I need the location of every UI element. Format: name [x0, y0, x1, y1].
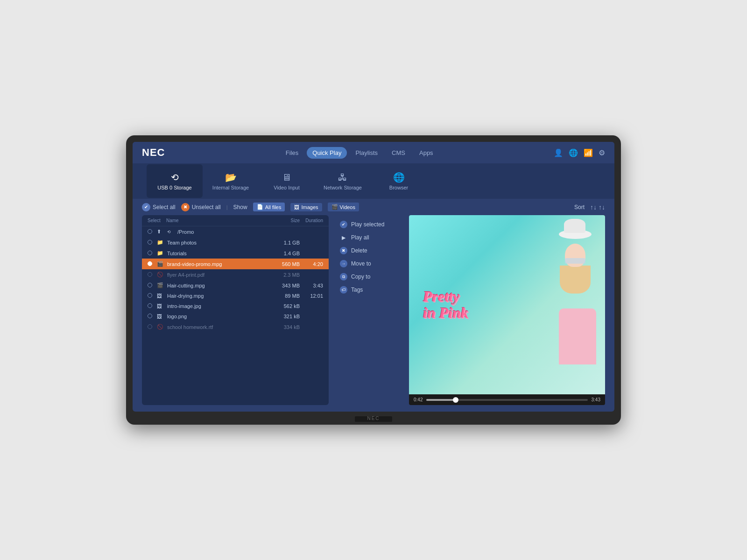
move-to-icon: → — [340, 260, 347, 267]
filter-videos-button[interactable]: 🎬 Videos — [328, 203, 359, 211]
file-item-team-photos[interactable]: 📁 Team photos 1.1 GB — [142, 237, 329, 248]
file-item-logo[interactable]: 🖼 logo.png 321 kB — [142, 311, 329, 322]
fi-folder-icon: 📁 — [157, 250, 165, 256]
storage-usb[interactable]: ⟲ USB 0 Storage — [147, 164, 203, 198]
tab-apps[interactable]: Apps — [414, 147, 439, 159]
fi-radio-checked — [148, 261, 152, 266]
fi-image-icon: 🖼 — [157, 314, 165, 319]
fi-radio — [148, 229, 152, 234]
sort-asc-button[interactable]: ↑↓ — [590, 203, 597, 211]
ctx-play-all[interactable]: ▶ Play all — [336, 232, 402, 243]
video-controls: 0:42 3:43 — [409, 394, 605, 405]
file-item-tutorials[interactable]: 📁 Tutorials 1.4 GB — [142, 248, 329, 259]
videos-icon: 🎬 — [331, 204, 338, 210]
file-item-brand-video[interactable]: 🎬 brand-video-promo.mpg 560 MB 4:20 — [142, 259, 329, 269]
select-all-button[interactable]: ✔ Select all — [142, 203, 176, 211]
wifi-icon[interactable]: 📶 — [584, 148, 593, 157]
tab-quick-play[interactable]: Quick Play — [307, 147, 347, 159]
tags-icon: 🏷 — [340, 286, 347, 294]
person-body — [559, 308, 596, 364]
person-glasses — [565, 258, 585, 264]
fi-size: 343 MB — [267, 283, 300, 288]
file-list-header: Select Name Size Duration — [142, 215, 329, 226]
toolbar: ✔ Select all ✖ Unselect all | Show 📄 All… — [133, 199, 614, 215]
video-overlay-text: Prettyin Pink — [423, 288, 468, 321]
fi-image-icon: 🖼 — [157, 293, 165, 299]
fi-block-icon: 🚫 — [157, 272, 165, 278]
person-hair — [560, 266, 591, 294]
file-item-hair-cutting[interactable]: 🎬 Hair-cutting.mpg 343 MB 3:43 — [142, 280, 329, 291]
fi-name: Team photos — [167, 240, 267, 245]
time-current: 0:42 — [414, 397, 423, 402]
fi-usb-icon: ⟲ — [167, 230, 176, 234]
fi-name: school homework.rtf — [167, 324, 267, 330]
tab-playlists[interactable]: Playlists — [350, 147, 383, 159]
sort-desc-button[interactable]: ↑↓ — [599, 203, 605, 211]
ctx-copy-to[interactable]: ⧉ Copy to — [336, 271, 402, 282]
fi-select — [148, 303, 157, 309]
progress-bar[interactable] — [426, 399, 587, 401]
user-icon[interactable]: 👤 — [554, 148, 563, 157]
progress-thumb[interactable] — [453, 397, 458, 403]
tab-cms[interactable]: CMS — [386, 147, 411, 159]
storage-network[interactable]: 🖧 Network Storage — [315, 164, 371, 198]
storage-browser[interactable]: 🌐 Browser — [371, 164, 427, 198]
col-name: Name — [166, 218, 267, 223]
browser-icon: 🌐 — [393, 172, 405, 183]
fi-select — [148, 272, 157, 278]
globe-icon[interactable]: 🌐 — [569, 148, 578, 157]
fi-block-icon: 🚫 — [157, 324, 165, 330]
select-all-icon: ✔ — [142, 203, 150, 211]
fi-dur: 12:01 — [300, 293, 323, 299]
fi-size: 2.3 MB — [267, 272, 300, 278]
fi-radio — [148, 314, 152, 318]
ctx-play-selected[interactable]: ✔ Play selected — [336, 219, 402, 230]
fi-size: 1.1 GB — [267, 240, 300, 245]
col-size: Size — [267, 218, 300, 223]
tab-files[interactable]: Files — [280, 147, 304, 159]
video-input-icon: 🖥 — [282, 172, 291, 183]
browser-label: Browser — [389, 185, 408, 190]
progress-fill — [426, 399, 455, 401]
ctx-move-to[interactable]: → Move to — [336, 258, 402, 269]
file-item-hair-drying[interactable]: 🖼 Hair-drying.mpg 89 MB 12:01 — [142, 291, 329, 301]
network-icon: 🖧 — [338, 172, 347, 183]
show-label: Show — [233, 204, 247, 210]
fi-select — [148, 314, 157, 319]
video-input-label: Video Input — [274, 185, 299, 190]
unselect-all-icon: ✖ — [181, 203, 190, 211]
fi-radio — [148, 324, 152, 329]
brand-logo: NEC — [142, 147, 165, 159]
context-menu: ✔ Play selected ▶ Play all ✖ Delete → Mo… — [336, 215, 402, 405]
fi-radio — [148, 251, 152, 255]
usb-label: USB 0 Storage — [157, 185, 191, 190]
fi-size: 321 kB — [267, 314, 300, 319]
file-item-flyer[interactable]: 🚫 flyer A4-print.pdf 2.3 MB — [142, 269, 329, 280]
ctx-delete[interactable]: ✖ Delete — [336, 245, 402, 256]
storage-video-input[interactable]: 🖥 Video Input — [259, 164, 315, 198]
settings-icon[interactable]: ⚙ — [599, 148, 605, 157]
file-list: ⬆ ⟲ /Promo 📁 Team photos 1.1 GB — [142, 226, 329, 405]
video-panel: Prettyin Pink — [409, 215, 605, 405]
file-panel: Select Name Size Duration ⬆ ⟲ /Promo — [142, 215, 329, 405]
filter-images-button[interactable]: 🖼 Images — [290, 203, 322, 211]
file-item-parent[interactable]: ⬆ ⟲ /Promo — [142, 226, 329, 237]
main-content: Select Name Size Duration ⬆ ⟲ /Promo — [133, 215, 614, 412]
internal-icon: 📂 — [225, 172, 237, 183]
sort-icons: ↑↓ ↑↓ — [590, 203, 605, 211]
fi-radio — [148, 303, 152, 308]
header: NEC Files Quick Play Playlists CMS Apps … — [133, 142, 614, 163]
ctx-tags[interactable]: 🏷 Tags — [336, 284, 402, 295]
fi-size: 89 MB — [267, 293, 300, 299]
storage-internal[interactable]: 📂 Internal Storage — [203, 164, 259, 198]
fi-select — [148, 251, 157, 256]
images-icon: 🖼 — [294, 204, 299, 210]
tv-display: NEC Files Quick Play Playlists CMS Apps … — [126, 135, 621, 425]
fi-size: 562 kB — [267, 303, 300, 309]
file-item-intro-image[interactable]: 🖼 intro-image.jpg 562 kB — [142, 301, 329, 311]
filter-all-files-button[interactable]: 📄 All files — [253, 203, 285, 211]
person-area — [515, 215, 605, 394]
file-item-school-homework[interactable]: 🚫 school homework.rtf 334 kB — [142, 322, 329, 332]
bottom-brand-label: NEC — [367, 416, 380, 421]
unselect-all-button[interactable]: ✖ Unselect all — [181, 203, 221, 211]
